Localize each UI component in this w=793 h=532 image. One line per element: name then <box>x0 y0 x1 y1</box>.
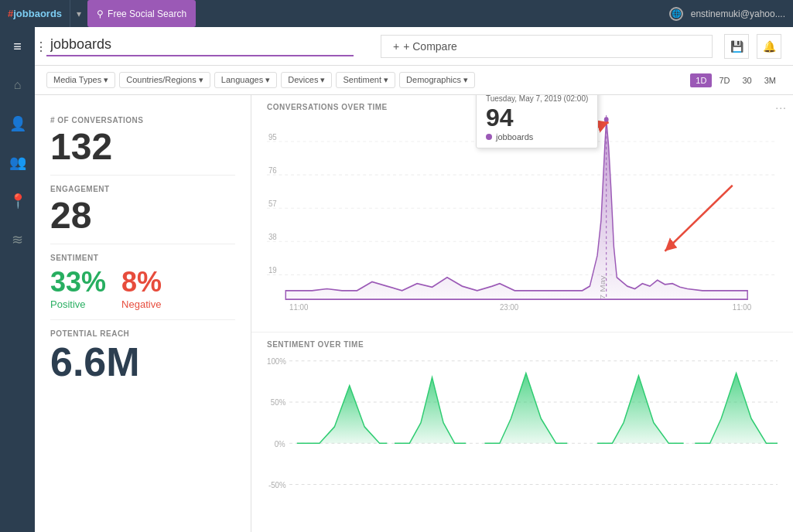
search-bar: ⋮ + + Compare 💾 🔔 <box>35 27 793 66</box>
svg-text:19: 19 <box>268 264 277 275</box>
sentiment-label: SENTIMENT <box>50 254 235 262</box>
notifications-button[interactable]: 🔔 <box>757 34 781 59</box>
content-area: ⋮ + + Compare 💾 🔔 Media Types ▾ Countrie… <box>35 27 793 532</box>
chart1-more-btn[interactable]: ··· <box>775 101 787 114</box>
filter-sentiment[interactable]: Sentiment ▾ <box>336 72 395 88</box>
time-3m[interactable]: 3M <box>759 73 781 87</box>
top-icons: 💾 🔔 <box>724 34 781 59</box>
engagement-section: ENGAGEMENT 28 <box>50 176 235 244</box>
sidebar-icon-person[interactable]: 👤 <box>6 112 29 135</box>
filter-devices[interactable]: Devices ▾ <box>281 72 332 88</box>
svg-text:76: 76 <box>268 165 277 175</box>
negative-pct: 8% <box>121 266 162 298</box>
main-layout: ≡ ⌂ 👤 👥 📍 ≋ ⋮ + + Compare 💾 🔔 Media Type… <box>0 27 793 532</box>
compare-button[interactable]: + + Compare <box>381 35 713 58</box>
time-30d[interactable]: 30 <box>737 73 757 87</box>
sidebar-icon-pin[interactable]: 📍 <box>6 189 29 213</box>
sidebar-icon-stream[interactable]: ≋ <box>6 228 29 251</box>
sidebar-icon-menu[interactable]: ≡ <box>6 35 29 58</box>
chart2-area: 100% 50% 0% -50% <box>267 353 778 517</box>
sentiment-chart-section: SENTIMENT OVER TIME 100% 50% 0% <box>251 332 793 532</box>
tooltip-series-label: jobboards <box>496 132 533 142</box>
filters-bar: Media Types ▾ Countries/Regions ▾ Langua… <box>35 66 793 95</box>
dashboard: # OF CONVERSATIONS 132 ENGAGEMENT 28 SEN… <box>35 95 793 532</box>
tooltip-series: jobboards <box>486 132 588 142</box>
reach-value: 6.6M <box>50 342 235 382</box>
tooltip-value: 94 <box>486 105 588 130</box>
save-button[interactable]: 💾 <box>724 34 749 59</box>
filter-media-types[interactable]: Media Types ▾ <box>46 72 115 88</box>
negative-sentiment: 8% Negative <box>121 266 162 310</box>
engagement-value: 28 <box>50 197 235 234</box>
time-1d[interactable]: 1D <box>690 73 712 87</box>
filter-languages[interactable]: Languages ▾ <box>214 72 278 88</box>
chart2-svg: 100% 50% 0% -50% <box>267 353 778 517</box>
engagement-label: ENGAGEMENT <box>50 185 235 193</box>
brand-logo[interactable]: #jobbaords <box>0 0 70 27</box>
conversations-chart-section: CONVERSATIONS OVER TIME ··· Tuesday, May… <box>251 95 793 332</box>
svg-text:0%: 0% <box>275 439 285 448</box>
chart1-tooltip: Tuesday, May 7, 2019 (02:00) 94 jobboard… <box>476 95 598 148</box>
search-input[interactable] <box>46 36 354 56</box>
top-bar: #jobbaords ▾ ⚲ Free Social Search 🌐 enst… <box>0 0 793 27</box>
free-social-search-label: Free Social Search <box>108 9 186 19</box>
sidebar: ≡ ⌂ 👤 👥 📍 ≋ <box>0 27 35 532</box>
conversations-label: # OF CONVERSATIONS <box>50 116 235 124</box>
filter-demographics[interactable]: Demographics ▾ <box>399 72 475 88</box>
plus-icon: + <box>393 40 399 53</box>
svg-text:100%: 100% <box>267 356 286 366</box>
svg-text:50%: 50% <box>271 398 285 408</box>
conversations-value: 132 <box>50 128 235 165</box>
svg-text:95: 95 <box>268 131 277 142</box>
positive-pct: 33% <box>50 266 106 298</box>
tooltip-dot <box>486 134 492 140</box>
top-bar-right: 🌐 enstinemuki@yahoo.... <box>669 7 793 21</box>
svg-text:23:00: 23:00 <box>500 302 518 312</box>
svg-text:-50%: -50% <box>268 480 286 489</box>
filter-countries[interactable]: Countries/Regions ▾ <box>119 72 210 88</box>
brand-text: #jobbaords <box>8 8 62 19</box>
sidebar-icon-home[interactable]: ⌂ <box>6 73 29 97</box>
user-email: enstinemuki@yahoo.... <box>691 9 785 19</box>
svg-text:57: 57 <box>268 198 277 208</box>
free-social-search-btn[interactable]: ⚲ Free Social Search <box>87 0 196 27</box>
search-options-icon[interactable]: ⋮ <box>35 39 47 53</box>
sentiment-row: 33% Positive 8% Negative <box>50 266 235 310</box>
positive-label: Positive <box>50 298 106 310</box>
sidebar-icon-group[interactable]: 👥 <box>6 151 29 174</box>
svg-text:38: 38 <box>268 231 277 241</box>
search-wrapper: ⋮ <box>46 36 354 56</box>
metrics-panel: # OF CONVERSATIONS 132 ENGAGEMENT 28 SEN… <box>35 95 251 532</box>
conversations-section: # OF CONVERSATIONS 132 <box>50 107 235 176</box>
negative-label: Negative <box>121 298 162 310</box>
tooltip-date: Tuesday, May 7, 2019 (02:00) <box>486 95 588 103</box>
positive-sentiment: 33% Positive <box>50 266 106 310</box>
search-icon-small: ⚲ <box>97 9 104 19</box>
time-7d[interactable]: 7D <box>713 73 735 87</box>
compare-label: + Compare <box>403 40 457 53</box>
sentiment-section: SENTIMENT 33% Positive 8% Negative <box>50 244 235 320</box>
time-period-group: 1D 7D 30 3M <box>690 73 781 87</box>
svg-text:11:00: 11:00 <box>733 302 751 312</box>
reach-section: POTENTIAL REACH 6.6M <box>50 320 235 391</box>
brand-dropdown[interactable]: ▾ <box>70 9 87 19</box>
charts-panel: CONVERSATIONS OVER TIME ··· Tuesday, May… <box>251 95 793 532</box>
svg-text:11:00: 11:00 <box>289 302 308 312</box>
chart2-title: SENTIMENT OVER TIME <box>267 340 778 349</box>
globe-icon[interactable]: 🌐 <box>669 7 683 21</box>
reach-label: POTENTIAL REACH <box>50 329 235 338</box>
